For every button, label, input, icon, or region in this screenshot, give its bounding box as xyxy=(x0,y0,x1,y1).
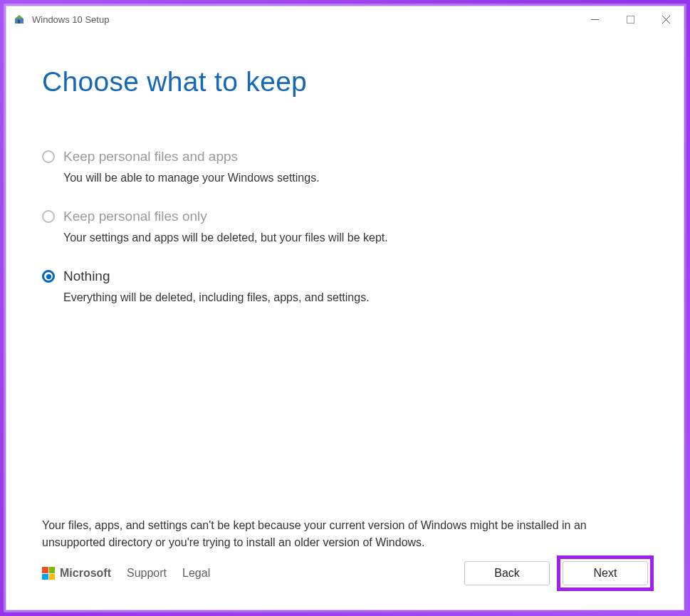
window-controls xyxy=(577,6,684,32)
radio-icon xyxy=(42,210,55,223)
microsoft-text: Microsoft xyxy=(60,567,111,580)
minimize-button[interactable] xyxy=(577,6,612,32)
svg-rect-4 xyxy=(627,16,634,23)
close-button[interactable] xyxy=(648,6,684,32)
next-button[interactable]: Next xyxy=(563,561,648,585)
option-nothing[interactable]: Nothing Everything will be deleted, incl… xyxy=(42,268,648,304)
footer-left: Microsoft Support Legal xyxy=(42,567,210,580)
support-link[interactable]: Support xyxy=(127,567,167,580)
option-label: Nothing xyxy=(63,268,110,284)
options-group: Keep personal files and apps You will be… xyxy=(42,149,648,304)
legal-link[interactable]: Legal xyxy=(182,567,210,580)
page-heading: Choose what to keep xyxy=(42,66,648,98)
window-title: Windows 10 Setup xyxy=(32,14,577,25)
radio-icon xyxy=(42,150,55,163)
svg-marker-1 xyxy=(15,15,23,19)
option-keep-files-only[interactable]: Keep personal files only Your settings a… xyxy=(42,209,648,244)
option-description: You will be able to manage your Windows … xyxy=(63,172,648,184)
option-label: Keep personal files only xyxy=(63,209,207,224)
titlebar: Windows 10 Setup xyxy=(6,6,684,32)
footer-note: Your files, apps, and settings can't be … xyxy=(42,517,648,551)
option-description: Your settings and apps will be deleted, … xyxy=(63,231,648,244)
microsoft-logo-icon xyxy=(42,567,55,580)
footer: Microsoft Support Legal Back Next xyxy=(42,561,648,595)
radio-icon xyxy=(42,270,55,283)
option-description: Everything will be deleted, including fi… xyxy=(63,291,648,304)
option-keep-files-apps[interactable]: Keep personal files and apps You will be… xyxy=(42,149,648,184)
svg-rect-2 xyxy=(18,20,20,24)
footer-right: Back Next xyxy=(464,561,648,585)
setup-window: Windows 10 Setup Choose what to keep xyxy=(6,6,684,610)
microsoft-logo: Microsoft xyxy=(42,567,111,580)
back-button[interactable]: Back xyxy=(464,561,550,585)
app-icon xyxy=(14,14,25,25)
maximize-button[interactable] xyxy=(612,6,648,32)
content-area: Choose what to keep Keep personal files … xyxy=(6,32,684,610)
option-label: Keep personal files and apps xyxy=(63,149,238,165)
